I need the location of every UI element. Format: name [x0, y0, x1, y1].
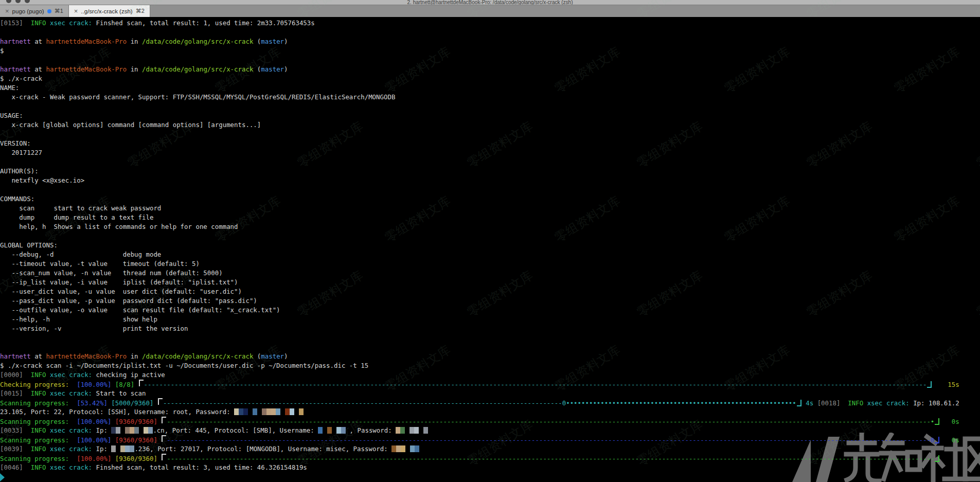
- terminal-blank-line: [0, 28, 980, 37]
- tab-shortcut: ⌘2: [136, 8, 145, 14]
- help-option-scannum: --scan_num value, -n value thread num (d…: [0, 269, 980, 278]
- progress-corner-bracket: [162, 435, 166, 442]
- shell-prompt: hartnett at hartnettdeMacBook-Pro in /da…: [0, 37, 980, 46]
- command-xcrack-scan: $ ./x-crack scan -i ~/Documents/iplist.t…: [0, 361, 980, 370]
- tab-shortcut: ⌘1: [55, 8, 63, 14]
- help-author-header: AUTHOR(S):: [0, 167, 980, 176]
- tab-1[interactable]: ×pugo (pugo)⌘1: [0, 5, 69, 17]
- prompt-cursor: [0, 473, 5, 481]
- log-result-ssh-wrapped: 23.105, Port: 22, Protocol: [SSH], Usern…: [0, 407, 980, 417]
- censored-mosaic: [111, 427, 153, 434]
- help-command-dump: dump dump result to a text file: [0, 213, 980, 222]
- terminal-blank-line: [0, 130, 980, 139]
- progress-corner-bracket: [139, 380, 144, 386]
- help-option-version: --version, -v print the version: [0, 324, 980, 333]
- tab-label: ..g/src/x-crack (zsh): [81, 8, 132, 14]
- terminal-blank-line: [0, 231, 980, 241]
- progress-corner-bracket: [162, 454, 166, 460]
- help-usage-body: x-crack [global options] command [comman…: [0, 120, 980, 130]
- tab-close-icon[interactable]: ×: [74, 8, 78, 14]
- progress-corner-bracket: [927, 381, 932, 388]
- log-finished-scan-1: [0153] INFO xsec crack: Finshed scan, to…: [0, 19, 980, 28]
- window-title: 2. hartnett@hartnettdeMacBook-Pro: /data…: [0, 0, 980, 5]
- progress-corner-bracket: [162, 417, 166, 423]
- scanning-progress-100-c: Scanning progress: [100.00%] [9360/9360]…: [0, 454, 980, 463]
- log-start-scan: [0015] INFO xsec crack: Start to scan: [0, 389, 980, 398]
- prompt-cursor-row: [0, 472, 980, 481]
- terminal-blank-line: [0, 333, 980, 343]
- help-option-help: --help, -h show help: [0, 315, 980, 324]
- help-option-outfile: --outfile value, -o value scan result fi…: [0, 306, 980, 315]
- censored-mosaic: [396, 427, 428, 434]
- help-option-iplist: --ip_list value, -i value iplist (defaul…: [0, 278, 980, 287]
- tab-activity-dot-icon: [47, 9, 51, 13]
- help-commands-header: COMMANDS:: [0, 194, 980, 204]
- help-name-header: NAME:: [0, 83, 980, 93]
- log-result-smb: [0033] INFO xsec crack: Ip: .cn, Port: 4…: [0, 426, 980, 435]
- log-finished-scan-3: [0046] INFO xsec crack: Finshed scan, to…: [0, 463, 980, 472]
- help-usage-header: USAGE:: [0, 111, 980, 120]
- log-result-mongodb: [0039] INFO xsec crack: Ip: .236, Port: …: [0, 444, 980, 454]
- prompt-dollar: $: [0, 46, 980, 56]
- help-option-debug: --debug, -d debug mode: [0, 250, 980, 259]
- help-version-body: 20171227: [0, 148, 980, 157]
- checking-progress-bar: Checking progress: [100.00%] [8/8] -----…: [0, 380, 980, 389]
- shell-prompt: hartnett at hartnettdeMacBook-Pro in /da…: [0, 352, 980, 361]
- help-version-header: VERSION:: [0, 139, 980, 148]
- tab-close-icon[interactable]: ×: [5, 8, 9, 14]
- tab-label: pugo (pugo): [12, 8, 44, 14]
- tab-2[interactable]: ×..g/src/x-crack (zsh)⌘2: [69, 5, 150, 17]
- terminal-blank-line: [0, 157, 980, 167]
- progress-corner-bracket: [158, 398, 163, 405]
- censored-mosaic: [234, 408, 304, 415]
- window-titlebar: 2. hartnett@hartnettdeMacBook-Pro: /data…: [0, 0, 980, 5]
- scanning-progress-53: Scanning progress: [53.42%] [5000/9360] …: [0, 398, 980, 407]
- help-author-body: netxfly <x@xsec.io>: [0, 176, 980, 185]
- progress-corner-bracket: [797, 400, 801, 406]
- command-xcrack: $ ./x-crack: [0, 74, 980, 83]
- terminal-blank-line: [0, 343, 980, 352]
- censored-mosaic: [111, 445, 134, 452]
- help-options-header: GLOBAL OPTIONS:: [0, 241, 980, 250]
- progress-corner-bracket: [935, 418, 939, 425]
- shell-prompt: hartnett at hartnettdeMacBook-Pro in /da…: [0, 65, 980, 74]
- scanning-progress-100-a: Scanning progress: [100.00%] [9360/9360]…: [0, 417, 980, 426]
- terminal-output: [0153] INFO xsec crack: Finshed scan, to…: [0, 17, 980, 482]
- terminal-blank-line: [0, 185, 980, 194]
- help-name-body: x-crack - Weak password scanner, Support…: [0, 93, 980, 102]
- help-option-passdict: --pass_dict value, -p value password dic…: [0, 296, 980, 306]
- censored-mosaic: [391, 445, 419, 452]
- censored-mosaic: [318, 427, 346, 434]
- progress-corner-bracket: [935, 455, 939, 462]
- iterm-window: { "window": { "title": "2. hartnett@hart…: [0, 0, 980, 482]
- terminal-blank-line: [0, 56, 980, 65]
- tab-bar: ×pugo (pugo)⌘1×..g/src/x-crack (zsh)⌘2: [0, 5, 980, 17]
- help-option-timeout: --timeout value, -t value timeout (defau…: [0, 259, 980, 269]
- help-command-help: help, h Shows a list of commands or help…: [0, 222, 980, 231]
- log-checking-ip: [0000] INFO xsec crack: checking ip acti…: [0, 370, 980, 380]
- help-command-scan: scan start to crack weak password: [0, 204, 980, 213]
- help-option-userdict: --user_dict value, -u value user dict (d…: [0, 287, 980, 296]
- terminal-blank-line: [0, 102, 980, 111]
- progress-corner-bracket: [935, 437, 939, 443]
- scanning-progress-100-b: Scanning progress: [100.00%] [9360/9360]…: [0, 435, 980, 444]
